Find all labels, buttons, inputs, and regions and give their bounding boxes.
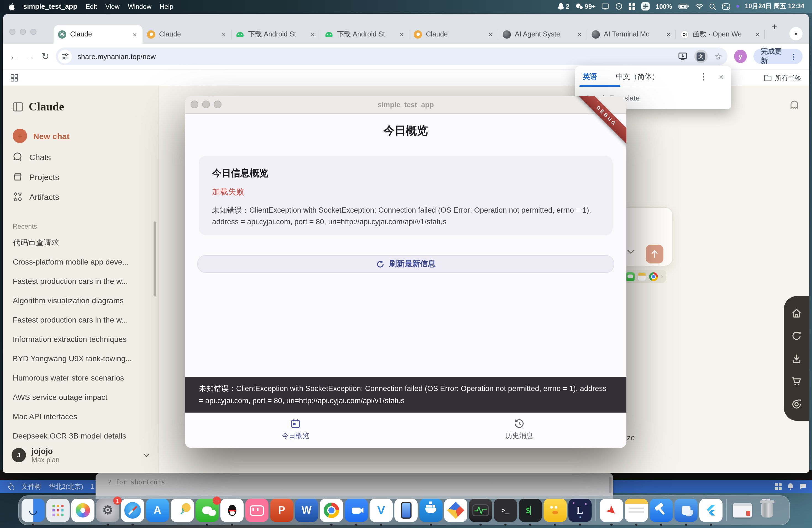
minimize-window-button[interactable] xyxy=(202,101,210,108)
dock-dev-cube[interactable] xyxy=(444,499,467,522)
zoom-window-button[interactable] xyxy=(30,29,37,35)
dock-word[interactable]: W xyxy=(295,499,318,522)
dock-notes[interactable] xyxy=(625,499,648,522)
all-bookmarks[interactable]: 所有书签 xyxy=(764,73,801,83)
dock-lilisi-network[interactable]: L xyxy=(568,499,592,522)
claude-brand[interactable]: Claude xyxy=(29,100,64,114)
dock-bilibili[interactable] xyxy=(245,499,269,522)
control-center-icon[interactable] xyxy=(722,3,730,10)
translate-menu-icon[interactable]: ⋮ xyxy=(699,71,708,82)
tab-close-icon[interactable]: × xyxy=(398,30,405,39)
taskbar-region[interactable]: 华北2(北京) xyxy=(48,482,83,491)
translate-tab-source[interactable]: 英语 xyxy=(583,72,597,82)
tab-ai-agent[interactable]: AI Agent Syste× xyxy=(498,25,587,44)
sidebar-item-projects[interactable]: Projects xyxy=(13,172,59,182)
menu-bar-clock[interactable]: 10月24日 周五 12:34 xyxy=(745,2,804,11)
search-icon[interactable] xyxy=(709,3,715,10)
recent-chat[interactable]: Mac API interfaces xyxy=(13,412,151,421)
recent-chat[interactable]: Deepseek OCR 3B model details xyxy=(13,431,151,440)
display-icon[interactable] xyxy=(601,3,609,10)
site-settings-icon[interactable] xyxy=(58,49,72,63)
notes-mini-icon[interactable] xyxy=(637,272,646,281)
traffic-lights[interactable] xyxy=(10,29,37,35)
install-app-icon[interactable] xyxy=(678,53,687,60)
mini-app-strip[interactable]: › xyxy=(623,270,666,283)
dock-flutter[interactable] xyxy=(699,499,723,522)
close-window-button[interactable] xyxy=(191,101,198,108)
forward-button[interactable]: → xyxy=(25,52,35,61)
tab-close-icon[interactable]: × xyxy=(576,30,583,39)
address-bar[interactable]: share.mynanian.top/new 文 ☆ xyxy=(56,47,728,65)
dock-photos[interactable] xyxy=(71,499,95,522)
new-chat-button[interactable]: + New chat xyxy=(13,129,70,143)
url-text[interactable]: share.mynanian.top/new xyxy=(77,52,673,60)
chrome-menu-icon[interactable]: ⋮ xyxy=(790,52,797,60)
chrome-update-button[interactable]: 完成更新 ⋮ xyxy=(753,48,802,64)
recent-chat[interactable]: Humorous water store scenarios xyxy=(13,373,151,382)
tab-claude-3[interactable]: Claude× xyxy=(409,25,498,44)
recent-chat[interactable]: 代码审查请求 xyxy=(13,238,151,248)
dock-iterm[interactable]: $▏ xyxy=(519,499,542,522)
taskbar-bell-icon[interactable] xyxy=(787,483,794,490)
apple-logo-icon[interactable] xyxy=(8,2,15,11)
menu-window[interactable]: Window xyxy=(128,2,151,10)
refresh-icon[interactable] xyxy=(791,330,802,341)
dock-build-tool[interactable] xyxy=(650,499,673,522)
recent-chat[interactable]: AWS service outage impact xyxy=(13,393,151,401)
retarget-icon[interactable] xyxy=(791,398,802,409)
dock-sunlogin[interactable]: ➤ xyxy=(600,499,623,522)
dock-app-store[interactable]: A xyxy=(146,499,169,522)
dock-window-preview[interactable] xyxy=(731,499,754,522)
taskbar-grid-icon[interactable] xyxy=(775,483,782,489)
dock-qq[interactable] xyxy=(220,499,244,522)
app-traffic-lights[interactable] xyxy=(191,101,221,108)
dock-finder[interactable]: ◡ xyxy=(21,499,45,522)
tab-claude-2[interactable]: Claude× xyxy=(143,25,231,44)
chevron-right-icon[interactable]: › xyxy=(661,272,663,281)
dock-safari[interactable] xyxy=(121,499,144,522)
recent-chat[interactable]: Information extraction techniques xyxy=(13,335,151,343)
wechat-status-item[interactable]: 99+ xyxy=(575,3,595,10)
recent-chat[interactable]: Algorithm visualization diagrams xyxy=(13,296,151,305)
messages-mini-icon[interactable] xyxy=(626,272,635,281)
profile-avatar[interactable]: y xyxy=(735,50,747,63)
apps-grid-icon[interactable] xyxy=(11,74,18,82)
translate-tab-target[interactable]: 中文（简体） xyxy=(616,72,659,82)
tab-close-icon[interactable]: × xyxy=(221,30,227,39)
time-machine-icon[interactable] xyxy=(615,3,623,10)
recent-chat[interactable]: BYD Yangwang U9X tank-towing... xyxy=(13,354,151,363)
user-menu[interactable]: J jojojo Max plan xyxy=(12,446,150,464)
recent-chat[interactable]: Cross-platform mobile app deve... xyxy=(13,258,151,266)
sidebar-item-artifacts[interactable]: Artifacts xyxy=(13,192,59,202)
menu-help[interactable]: Help xyxy=(160,2,173,10)
dock-wechat[interactable]: ⋯ xyxy=(195,499,219,522)
active-app-name[interactable]: simple_test_app xyxy=(23,2,77,10)
send-button[interactable] xyxy=(646,245,663,263)
taskbar-file-tree[interactable]: 文件树 xyxy=(21,482,41,491)
input-method-icon[interactable]: 拼 xyxy=(641,2,650,11)
tab-close-icon[interactable]: × xyxy=(132,30,138,39)
ghost-icon[interactable] xyxy=(789,100,799,110)
tab-android-studio-2[interactable]: 下载 Android St× xyxy=(320,25,409,44)
dock-activity-monitor[interactable] xyxy=(469,499,492,522)
nav-today-overview[interactable]: 今日概览 xyxy=(262,418,329,441)
dock-cyberduck[interactable] xyxy=(543,499,567,522)
google-translate-icon[interactable]: 文 xyxy=(694,50,708,63)
recent-chat[interactable]: Fastest production cars in the w... xyxy=(13,316,151,324)
model-chevron-icon[interactable] xyxy=(627,249,635,254)
refresh-latest-button[interactable]: 刷新最新信息 xyxy=(197,255,614,273)
dock-tencent-meeting[interactable] xyxy=(345,499,368,522)
tab-ai-terminal[interactable]: AI Terminal Mo× xyxy=(587,25,676,44)
qq-status-item[interactable]: 2 xyxy=(558,3,569,10)
window-tiles-icon[interactable] xyxy=(628,3,635,10)
dock-vscode[interactable]: V xyxy=(369,499,393,522)
cart-icon[interactable] xyxy=(791,376,802,386)
dock-terminal[interactable]: >_ xyxy=(494,499,517,522)
menu-edit[interactable]: Edit xyxy=(86,2,97,10)
translate-close-icon[interactable]: × xyxy=(719,72,724,81)
dock-docker[interactable] xyxy=(419,499,443,522)
dock-powerpoint[interactable]: P xyxy=(270,499,293,522)
close-window-button[interactable] xyxy=(10,29,15,35)
tab-close-icon[interactable]: × xyxy=(488,30,494,39)
sidebar-scrollbar[interactable] xyxy=(154,221,156,297)
